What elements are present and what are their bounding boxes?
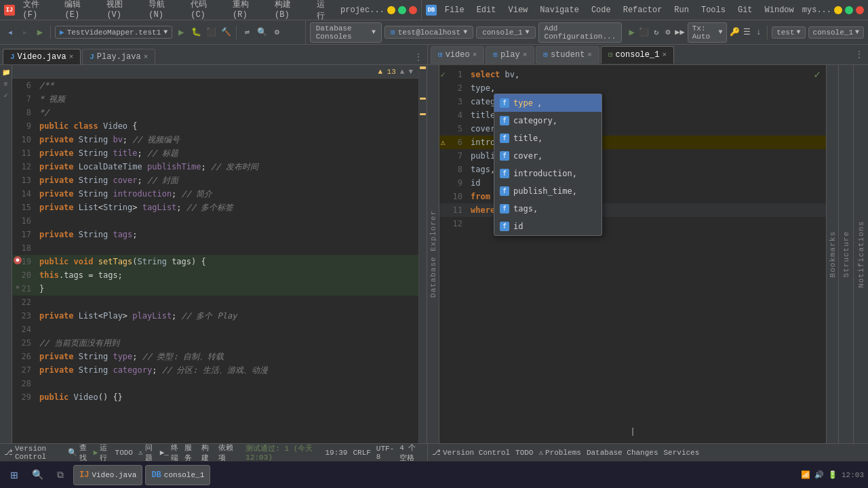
minimize-btn[interactable]: [387, 6, 395, 14]
status-problems[interactable]: ⚠ 问题: [138, 443, 155, 461]
r-menu-window[interactable]: Window: [760, 4, 800, 16]
status-build[interactable]: 构建: [201, 443, 213, 461]
close-btn[interactable]: [409, 6, 417, 14]
r-menu-edit[interactable]: Edit: [471, 4, 502, 16]
ac-item-category[interactable]: f category,: [494, 112, 601, 129]
db-tools-icon[interactable]: 🔑: [730, 26, 740, 39]
menu-code[interactable]: 代码(C): [185, 0, 226, 23]
more-tabs-icon[interactable]: ⋮: [412, 51, 425, 63]
status-run[interactable]: ▶ 运行: [94, 443, 110, 461]
nav-back-icon[interactable]: ◂: [4, 26, 16, 39]
ac-item-introduction[interactable]: f introduction,: [494, 165, 601, 182]
ac-item-title[interactable]: f title,: [494, 129, 601, 147]
r-status-db-changes[interactable]: Database Changes: [587, 449, 658, 457]
refresh-sql-icon[interactable]: ↻: [652, 26, 660, 39]
status-todo[interactable]: TODO: [115, 449, 133, 457]
db-more-tabs-icon[interactable]: ⋮: [853, 49, 865, 61]
status-terminal[interactable]: ▶_ 终端: [160, 443, 180, 461]
run-config-dropdown[interactable]: ▶ TestVideoMapper.test1 ▼: [55, 26, 172, 39]
expand-icon[interactable]: ▼: [408, 68, 413, 76]
maximize-btn[interactable]: [398, 6, 406, 14]
db-tab-student-close[interactable]: ×: [587, 51, 592, 59]
ac-item-tags[interactable]: f tags,: [494, 200, 601, 218]
right-test-dropdown[interactable]: test ▼: [772, 26, 805, 39]
taskbar-search[interactable]: 🔍: [27, 465, 47, 485]
commit-icon[interactable]: ✓: [1, 91, 11, 100]
r-minimize-btn[interactable]: [834, 6, 842, 14]
collapse-icon[interactable]: ▲: [400, 68, 405, 76]
nav-forward-icon[interactable]: ▸: [19, 26, 31, 39]
sql-settings-icon[interactable]: ⚙: [663, 26, 672, 39]
menu-navigate[interactable]: 导航(N): [143, 0, 184, 23]
run-sql-icon[interactable]: ▶: [627, 26, 636, 39]
menu-build[interactable]: 构建(B): [269, 0, 310, 23]
status-dependencies[interactable]: 依赖项: [218, 443, 235, 461]
tray-battery-icon[interactable]: 🔋: [828, 470, 837, 479]
ac-item-publish-time[interactable]: f publish_time,: [494, 182, 601, 200]
autocomplete-popup[interactable]: f type , f category, f title,: [494, 94, 602, 236]
db-tab-video-close[interactable]: ×: [473, 51, 477, 59]
r-status-problems[interactable]: ⚠ Problems: [538, 448, 580, 457]
r-menu-git[interactable]: Git: [732, 4, 758, 16]
stop-sql-icon[interactable]: ⬛: [639, 26, 649, 39]
r-menu-view[interactable]: View: [502, 4, 533, 16]
db-tab-video[interactable]: ⊞ video ×: [431, 46, 484, 64]
r-status-services[interactable]: Services: [664, 449, 700, 457]
status-version-control[interactable]: ⎇ Version Control: [4, 445, 62, 461]
r-menu-file[interactable]: File: [439, 4, 470, 16]
taskbar-intellij[interactable]: IJ Video.java: [73, 465, 142, 485]
status-find[interactable]: 🔍 查找: [68, 443, 87, 461]
windows-start-btn[interactable]: ⊞: [4, 465, 24, 485]
debug-icon[interactable]: 🐛: [190, 26, 202, 39]
tab-play-java-close[interactable]: ×: [144, 53, 149, 61]
menu-view[interactable]: 视图(V): [101, 0, 142, 23]
r-menu-tools[interactable]: Tools: [696, 4, 731, 16]
settings-icon[interactable]: ⚙: [271, 26, 283, 39]
db-export-icon[interactable]: ↓: [754, 26, 763, 39]
tab-video-java-close[interactable]: ×: [69, 53, 74, 61]
tray-network-icon[interactable]: 📶: [801, 470, 810, 479]
taskbar-dbtools[interactable]: DB console_1: [145, 465, 210, 485]
db-consoles-dropdown[interactable]: Database Consoles ▼: [310, 22, 382, 43]
menu-run[interactable]: 运行: [311, 0, 338, 23]
db-tab-student[interactable]: ⊞ student ×: [536, 46, 599, 64]
r-close-btn[interactable]: [856, 6, 864, 14]
r-maximize-btn[interactable]: [845, 6, 853, 14]
tab-video-java[interactable]: J Video.java ×: [3, 49, 81, 64]
menu-refactor[interactable]: 重构(R): [227, 0, 268, 23]
translate-icon[interactable]: ⇌: [241, 26, 253, 39]
execute-icon[interactable]: ▶▶: [675, 26, 684, 39]
db-explorer-sidebar[interactable]: Database Explorer: [427, 65, 439, 443]
project-icon[interactable]: 📁: [1, 68, 11, 77]
menu-file[interactable]: 文件(F): [18, 0, 58, 23]
build-icon[interactable]: 🔨: [220, 26, 232, 39]
structure-left-icon[interactable]: ≡: [1, 79, 11, 89]
r-status-todo[interactable]: TODO: [515, 449, 533, 457]
db-list-icon[interactable]: ☰: [743, 26, 751, 39]
right-console-dropdown[interactable]: console_1 ▼: [808, 26, 864, 39]
search-everywhere-icon[interactable]: 🔍: [256, 26, 268, 39]
taskbar-task-view[interactable]: ⧉: [50, 465, 71, 485]
run-icon[interactable]: ▶: [175, 26, 187, 39]
stop-icon[interactable]: ⬛: [205, 26, 217, 39]
run-button[interactable]: ▶: [34, 26, 46, 39]
ac-item-id[interactable]: f id: [494, 218, 601, 235]
db-tab-console1[interactable]: ⊡ console_1 ×: [601, 46, 674, 64]
structure-sidebar[interactable]: Structure: [838, 65, 853, 443]
db-tab-console-close[interactable]: ×: [662, 51, 667, 59]
console-dropdown[interactable]: console_1 ▼: [476, 26, 535, 39]
warning-count[interactable]: ▲ 13: [378, 68, 395, 76]
notifications-sidebar[interactable]: Notifications: [853, 65, 868, 443]
db-connection-dropdown[interactable]: ⊞ test@localhost ▼: [384, 26, 473, 39]
add-config-button[interactable]: Add Configuration...: [538, 22, 623, 43]
db-tab-play[interactable]: ⊞ play ×: [486, 46, 534, 64]
r-menu-refactor[interactable]: Refactor: [618, 4, 668, 16]
db-tab-play-close[interactable]: ×: [523, 51, 528, 59]
r-menu-navigate[interactable]: Navigate: [534, 4, 585, 16]
status-services[interactable]: 服务: [184, 443, 196, 461]
menu-edit[interactable]: 编辑(E): [59, 0, 100, 23]
tray-volume-icon[interactable]: 🔊: [814, 470, 824, 479]
bookmarks-sidebar[interactable]: Bookmarks: [826, 65, 838, 443]
r-menu-run[interactable]: Run: [669, 4, 694, 16]
r-menu-code[interactable]: Code: [586, 4, 616, 16]
